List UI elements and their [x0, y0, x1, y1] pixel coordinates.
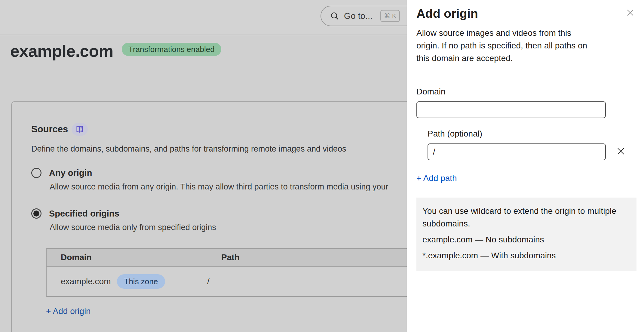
wildcard-example-no-subdomains: example.com — No subdomains	[422, 233, 630, 246]
close-icon	[626, 8, 634, 17]
command-k-shortcut: ⌘ K	[380, 10, 400, 22]
close-drawer-button[interactable]	[625, 7, 636, 19]
page-title-row: example.com Transformations enabled	[10, 42, 221, 61]
search-icon	[330, 11, 339, 20]
sources-heading: Sources	[31, 124, 68, 135]
add-origin-drawer: Add origin Allow source images and video…	[407, 0, 644, 332]
remove-path-button[interactable]	[615, 146, 626, 158]
radio-specified-origins[interactable]	[31, 208, 41, 219]
book-icon	[75, 125, 84, 134]
this-zone-badge: This zone	[117, 274, 165, 289]
add-origin-link[interactable]: + Add origin	[46, 306, 91, 316]
wildcard-example-with-subdomains: *.example.com — With subdomains	[422, 249, 630, 262]
wildcard-info-text: You can use wildcard to extend the origi…	[422, 205, 630, 230]
path-field-label: Path (optional)	[428, 129, 635, 139]
path-input[interactable]	[428, 143, 606, 160]
drawer-divider	[407, 74, 644, 74]
search-placeholder: Go to...	[344, 11, 373, 21]
option-any-origin-label[interactable]: Any origin	[49, 168, 92, 178]
radio-any-origin[interactable]	[31, 168, 41, 178]
column-header-domain: Domain	[47, 253, 207, 262]
add-path-link[interactable]: + Add path	[416, 174, 457, 183]
drawer-title: Add origin	[416, 7, 478, 21]
row-domain-value: example.com	[61, 277, 111, 286]
remove-path-x-icon	[616, 146, 626, 156]
option-specified-origins-label[interactable]: Specified origins	[49, 209, 119, 219]
domain-field-label: Domain	[416, 87, 635, 97]
drawer-description: Allow source images and videos from this…	[416, 27, 591, 65]
domain-input[interactable]	[416, 101, 606, 118]
wildcard-info-box: You can use wildcard to extend the origi…	[416, 198, 636, 271]
page-title: example.com	[10, 42, 113, 61]
transformations-status-badge: Transformations enabled	[122, 43, 221, 56]
docs-link[interactable]	[72, 123, 88, 136]
